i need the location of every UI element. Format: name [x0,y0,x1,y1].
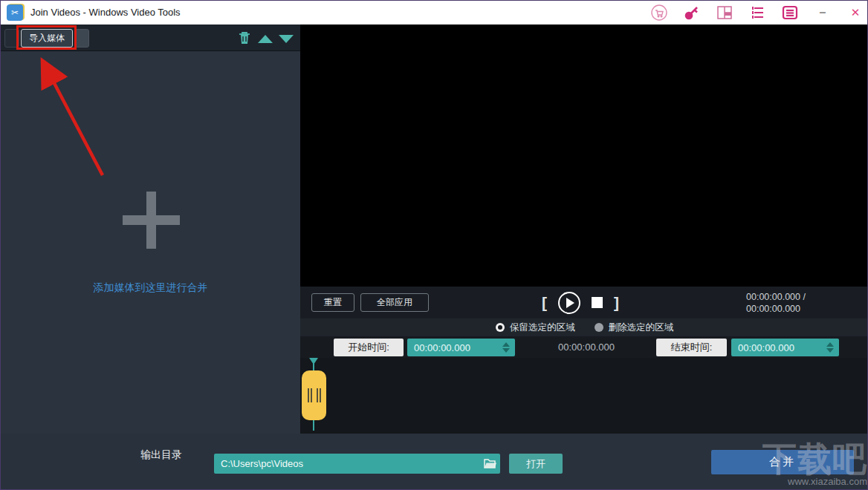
media-list-panel[interactable]: 添加媒体到这里进行合并 [1,51,300,434]
mark-in-bracket[interactable]: [ [542,294,547,312]
delete-clip-icon[interactable] [237,30,252,45]
minimize-button[interactable]: – [814,4,832,22]
menu-list-icon[interactable] [781,4,799,22]
start-time-input[interactable] [407,339,515,356]
end-time-label-button[interactable]: 结束时间: [656,339,727,356]
output-dir-field [214,454,500,474]
playhead-marker-icon[interactable] [309,358,318,365]
keep-region-label: 保留选定的区域 [510,321,575,334]
spinner-down-icon[interactable] [826,348,834,353]
annotation-highlight-box [16,25,77,50]
layout-panels-icon[interactable] [716,4,733,22]
spinner-down-icon[interactable] [502,348,510,353]
time-current: 00:00:00.000 / [746,291,806,303]
stop-button[interactable] [592,297,603,308]
move-down-icon[interactable] [279,35,294,43]
merge-button[interactable]: 合并 [711,450,854,474]
browse-folder-icon[interactable] [483,457,496,469]
trim-handle[interactable] [302,370,326,420]
current-position-time: 00:00:00.000 [545,342,627,353]
handle-grip [320,388,321,402]
region-mode-row: 保留选定的区域 删除选定的区域 [300,318,868,336]
time-display: 00:00:00.000 / 00:00:00.000 [746,291,806,315]
reset-button[interactable]: 重置 [311,293,354,312]
delete-region-radio[interactable]: 删除选定的区域 [595,321,674,334]
titlebar: ✂ Join Videos - Windows Video Tools [1,1,868,24]
playback-control-bar: 重置 全部应用 [ ] 00:00:00.000 / 00:00:00.000 [300,287,868,318]
start-time-spinner[interactable] [501,340,511,355]
key-register-icon[interactable] [683,4,701,22]
import-group-right-segment[interactable] [74,29,89,48]
end-time-spinner[interactable] [825,340,835,355]
delete-region-label: 删除选定的区域 [609,321,674,334]
mark-out-bracket[interactable]: ] [614,294,619,312]
play-icon [566,298,574,308]
media-toolbar: 导入媒体 [1,24,300,51]
drop-hint-text: 添加媒体到这里进行合并 [1,281,300,295]
output-dir-label: 输出目录 [140,448,182,462]
annotation-arrow [16,53,135,201]
move-up-icon[interactable] [258,35,273,43]
spinner-up-icon[interactable] [826,342,834,347]
play-button[interactable] [558,292,580,314]
timeline[interactable] [300,358,868,434]
radio-unselected-icon [595,323,603,332]
time-total: 00:00:00.000 [746,303,806,315]
keep-region-radio[interactable]: 保留选定的区域 [496,321,575,334]
handle-grip [317,388,318,402]
spinner-up-icon[interactable] [502,342,510,347]
video-preview[interactable] [300,24,868,287]
window-title: Join Videos - Windows Video Tools [30,7,181,18]
start-time-label-button[interactable]: 开始时间: [334,339,404,356]
open-folder-button[interactable]: 打开 [509,454,563,474]
end-time-input[interactable] [731,339,839,356]
trim-time-row: 开始时间: 00:00:00.000 结束时间: [300,336,868,358]
output-bar: 输出目录 打开 合并 [1,434,868,490]
store-cart-icon[interactable] [650,4,668,22]
app-logo-scissors-icon: ✂ [7,4,23,21]
effects-sliders-icon[interactable] [748,4,766,22]
close-button[interactable]: ✕ [846,4,864,22]
handle-grip [308,388,309,402]
handle-grip [311,388,312,402]
add-media-plus-icon-vertical [146,192,156,249]
app-window: ✂ Join Videos - Windows Video Tools [0,0,868,490]
output-dir-input[interactable] [214,454,500,474]
radio-selected-icon [496,323,505,332]
apply-all-button[interactable]: 全部应用 [360,293,429,312]
